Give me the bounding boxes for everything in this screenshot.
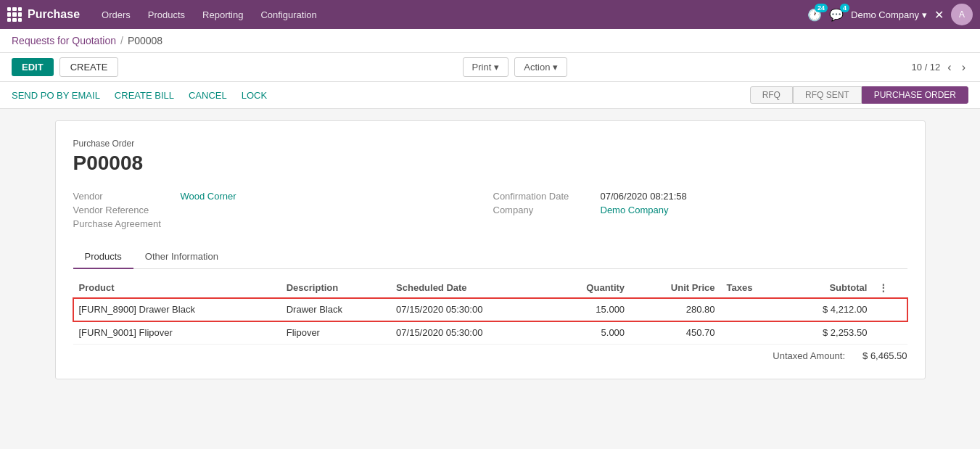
tab-products[interactable]: Products: [73, 245, 133, 269]
topnav-right-actions: 🕐 24 💬 4 Demo Company ▾ ✕ A: [807, 4, 973, 25]
company-field-row: Company Demo Company: [493, 203, 907, 217]
action-bar: SEND PO BY EMAIL CREATE BILL CANCEL LOCK…: [0, 82, 980, 109]
vendor-label: Vendor: [73, 191, 175, 202]
col-quantity: Quantity: [550, 278, 631, 298]
status-tabs: RFQ RFQ SENT PURCHASE ORDER: [750, 86, 968, 104]
cell-unit-price: 280.80: [630, 298, 720, 321]
vendor-ref-field-row: Vendor Reference: [73, 203, 487, 217]
cancel-button[interactable]: CANCEL: [189, 90, 227, 101]
tab-rfq[interactable]: RFQ: [750, 86, 793, 104]
grid-icon: [7, 7, 22, 22]
cell-taxes: [721, 298, 782, 321]
print-chevron-icon: ▾: [494, 62, 499, 73]
col-product: Product: [73, 278, 281, 298]
col-scheduled-date: Scheduled Date: [390, 278, 550, 298]
cell-product: [FURN_8900] Drawer Black: [73, 298, 281, 321]
close-button[interactable]: ✕: [934, 8, 944, 22]
cell-unit-price: 450.70: [630, 321, 720, 345]
cell-subtotal: $ 2,253.50: [782, 321, 873, 345]
action-label: Action: [524, 62, 550, 73]
confirmation-date-field-row: Confirmation Date 07/06/2020 08:21:58: [493, 189, 907, 203]
company-name: Demo Company: [851, 9, 919, 20]
col-actions: ⋮: [873, 278, 907, 298]
cell-row-actions: [873, 298, 907, 321]
purchase-agreement-label: Purchase Agreement: [73, 218, 175, 229]
document-number: P00008: [73, 152, 907, 175]
cell-quantity: 5.000: [550, 321, 631, 345]
chat-button[interactable]: 💬 4: [829, 8, 844, 22]
table-row[interactable]: [FURN_8900] Drawer Black Drawer Black 07…: [73, 298, 907, 321]
tab-other-information[interactable]: Other Information: [133, 245, 230, 269]
company-value[interactable]: Demo Company: [601, 205, 669, 215]
cell-row-actions: [873, 321, 907, 345]
menu-reporting[interactable]: Reporting: [195, 5, 250, 25]
company-selector[interactable]: Demo Company ▾: [851, 9, 927, 20]
clock-badge: 24: [815, 4, 828, 12]
tab-rfq-sent[interactable]: RFQ SENT: [793, 86, 862, 104]
form-left: Vendor Wood Corner Vendor Reference Purc…: [73, 189, 487, 231]
app-logo[interactable]: Purchase: [7, 7, 80, 22]
cell-description: Drawer Black: [281, 298, 390, 321]
cell-description: Flipover: [281, 321, 390, 345]
cell-scheduled-date: 07/15/2020 05:30:00: [390, 321, 550, 345]
vendor-field-row: Vendor Wood Corner: [73, 189, 487, 203]
send-po-button[interactable]: SEND PO BY EMAIL: [12, 90, 100, 101]
avatar[interactable]: A: [951, 4, 973, 25]
print-button[interactable]: Print ▾: [463, 57, 509, 77]
menu-products[interactable]: Products: [141, 5, 192, 25]
vendor-value[interactable]: Wood Corner: [181, 191, 236, 202]
edit-button[interactable]: EDIT: [12, 58, 54, 76]
confirmation-date-label: Confirmation Date: [493, 191, 595, 202]
menu-orders[interactable]: Orders: [94, 5, 138, 25]
breadcrumb-parent-link[interactable]: Requests for Quotation: [12, 35, 116, 46]
products-table: Product Description Scheduled Date Quant…: [73, 278, 907, 345]
pagination: 10 / 12 ‹ ›: [912, 59, 968, 75]
toolbar: EDIT CREATE Print ▾ Action ▾ 10 / 12 ‹ ›: [0, 53, 980, 82]
clock-button[interactable]: 🕐 24: [807, 8, 822, 22]
main-content: Purchase Order P00008 Vendor Wood Corner…: [0, 109, 980, 442]
untaxed-amount-label: Untaxed Amount:: [773, 350, 845, 361]
lock-button[interactable]: LOCK: [242, 90, 267, 101]
pagination-next-button[interactable]: ›: [959, 59, 968, 75]
form-right: Confirmation Date 07/06/2020 08:21:58 Co…: [493, 189, 907, 231]
cell-taxes: [721, 321, 782, 345]
top-menu: Orders Products Reporting Configuration: [94, 5, 807, 25]
document-card: Purchase Order P00008 Vendor Wood Corner…: [55, 120, 926, 379]
avatar-initials: A: [959, 9, 965, 20]
table-row[interactable]: [FURN_9001] Flipover Flipover 07/15/2020…: [73, 321, 907, 345]
breadcrumb: Requests for Quotation / P00008: [0, 29, 980, 53]
breadcrumb-separator: /: [120, 35, 123, 46]
untaxed-amount-value: $ 6,465.50: [862, 350, 907, 361]
create-button[interactable]: CREATE: [59, 57, 119, 77]
cell-quantity: 15.000: [550, 298, 631, 321]
action-chevron-icon: ▾: [553, 62, 558, 73]
totals-section: Untaxed Amount: $ 6,465.50: [73, 350, 907, 361]
company-label: Company: [493, 205, 595, 215]
cell-scheduled-date: 07/15/2020 05:30:00: [390, 298, 550, 321]
confirmation-date-value: 07/06/2020 08:21:58: [601, 191, 687, 202]
menu-configuration[interactable]: Configuration: [253, 5, 324, 25]
col-subtotal: Subtotal: [782, 278, 873, 298]
purchase-agreement-field-row: Purchase Agreement: [73, 217, 487, 231]
chat-badge: 4: [840, 4, 849, 12]
breadcrumb-current: P00008: [128, 35, 162, 46]
toolbar-center: Print ▾ Action ▾: [124, 57, 905, 77]
totals-grid: Untaxed Amount: $ 6,465.50: [773, 350, 907, 361]
top-navigation: Purchase Orders Products Reporting Confi…: [0, 0, 980, 29]
cell-subtotal: $ 4,212.00: [782, 298, 873, 321]
pagination-text: 10 / 12: [912, 62, 941, 73]
cell-product: [FURN_9001] Flipover: [73, 321, 281, 345]
action-button[interactable]: Action ▾: [514, 57, 567, 77]
table-header-row: Product Description Scheduled Date Quant…: [73, 278, 907, 298]
col-taxes: Taxes: [721, 278, 782, 298]
document-type-label: Purchase Order: [73, 139, 907, 149]
vendor-ref-label: Vendor Reference: [73, 205, 175, 215]
create-bill-button[interactable]: CREATE BILL: [115, 90, 174, 101]
chevron-down-icon: ▾: [922, 9, 927, 20]
pagination-prev-button[interactable]: ‹: [944, 59, 954, 75]
form-fields: Vendor Wood Corner Vendor Reference Purc…: [73, 189, 907, 231]
tab-purchase-order[interactable]: PURCHASE ORDER: [862, 86, 968, 104]
col-unit-price: Unit Price: [630, 278, 720, 298]
print-label: Print: [472, 62, 492, 73]
app-name: Purchase: [28, 8, 80, 21]
